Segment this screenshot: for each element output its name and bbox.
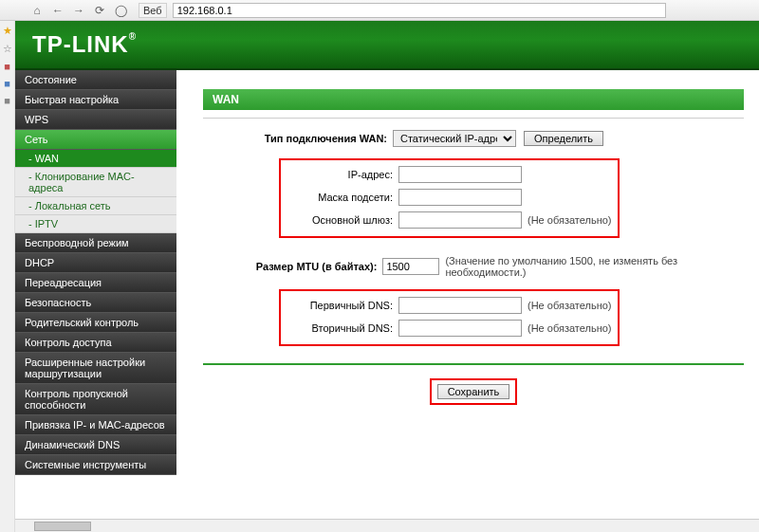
nav-quick-setup[interactable]: Быстрая настройка xyxy=(15,90,176,110)
router-page: TP-LINK® Состояние Быстрая настройка WPS… xyxy=(15,21,759,532)
content-area: WAN Тип подключения WAN: Статический IP-… xyxy=(176,70,759,532)
nav-forwarding[interactable]: Переадресация xyxy=(15,273,176,293)
browser-sidebar: ★ ☆ ■ ■ ■ xyxy=(0,21,15,532)
nav-wps[interactable]: WPS xyxy=(15,110,176,130)
square3-icon[interactable]: ■ xyxy=(4,95,10,106)
dns2-label: Вторичный DNS: xyxy=(287,322,398,334)
nav-sub-lan[interactable]: - Локальная сеть xyxy=(15,197,176,215)
left-nav: Состояние Быстрая настройка WPS Сеть - W… xyxy=(15,70,176,532)
browser-toolbar: ⌂ ← → ⟳ ◯ Веб xyxy=(0,0,759,21)
row-conn-type: Тип подключения WAN: Статический IP-адре… xyxy=(203,130,744,147)
nav-bandwidth[interactable]: Контроль пропускной способности xyxy=(15,384,176,415)
nav-status[interactable]: Состояние xyxy=(15,70,176,90)
gateway-hint: (Не обязательно) xyxy=(528,214,612,226)
header-banner: TP-LINK® xyxy=(15,21,759,70)
conn-type-label: Тип подключения WAN: xyxy=(265,133,387,144)
scrollbar-thumb[interactable] xyxy=(34,522,91,531)
address-label: Веб xyxy=(139,3,167,18)
nav-network[interactable]: Сеть xyxy=(15,130,176,150)
save-button[interactable]: Сохранить xyxy=(437,384,510,399)
dns1-hint: (Не обязательно) xyxy=(528,300,612,311)
mtu-label: Размер MTU (в байтах): xyxy=(256,261,378,272)
reload-icon[interactable]: ⟳ xyxy=(91,3,108,18)
page-title: WAN xyxy=(203,89,744,110)
address-bar[interactable] xyxy=(173,3,666,18)
row-mtu: Размер MTU (в байтах): (Значение по умол… xyxy=(203,255,744,278)
mtu-hint: (Значение по умолчанию 1500, не изменять… xyxy=(445,255,744,278)
nav-parental[interactable]: Родительский контроль xyxy=(15,313,176,333)
nav-system-tools[interactable]: Системные инструменты xyxy=(15,455,176,475)
nav-routing[interactable]: Расширенные настройки маршрутизации xyxy=(15,353,176,384)
ip-settings-group: IP-адрес: Маска подсети: Основной шлюз: … xyxy=(279,158,620,238)
nav-access-control[interactable]: Контроль доступа xyxy=(15,333,176,353)
dns1-label: Первичный DNS: xyxy=(287,300,398,311)
forward-icon[interactable]: → xyxy=(70,3,87,18)
conn-type-select[interactable]: Статический IP-адрес xyxy=(393,130,516,147)
dns2-input[interactable] xyxy=(398,320,522,337)
dns-settings-group: Первичный DNS: (Не обязательно) Вторичны… xyxy=(279,289,620,346)
mtu-input[interactable] xyxy=(382,258,439,275)
star-outline-icon[interactable]: ☆ xyxy=(3,43,12,55)
nav-ip-mac-binding[interactable]: Привязка IP- и МАС-адресов xyxy=(15,415,176,435)
nav-sub-mac-clone[interactable]: - Клонирование MAC-адреса xyxy=(15,168,176,197)
gateway-input[interactable] xyxy=(398,211,522,229)
nav-sub-wan[interactable]: - WAN xyxy=(15,150,176,168)
ip-input[interactable] xyxy=(398,166,522,183)
square-icon[interactable]: ■ xyxy=(4,61,10,72)
save-highlight: Сохранить xyxy=(430,378,518,405)
star-icon[interactable]: ★ xyxy=(3,25,12,37)
globe-icon: ◯ xyxy=(112,3,129,18)
mask-input[interactable] xyxy=(398,189,522,206)
horizontal-scrollbar[interactable] xyxy=(15,519,759,532)
nav-sub-iptv[interactable]: - IPTV xyxy=(15,215,176,233)
dns2-hint: (Не обязательно) xyxy=(528,322,612,334)
home-icon[interactable]: ⌂ xyxy=(28,3,46,18)
dns1-input[interactable] xyxy=(398,297,522,314)
gateway-label: Основной шлюз: xyxy=(287,214,398,226)
ip-label: IP-адрес: xyxy=(287,169,398,180)
nav-ddns[interactable]: Динамический DNS xyxy=(15,435,176,455)
nav-security[interactable]: Безопасность xyxy=(15,293,176,313)
detect-button[interactable]: Определить xyxy=(524,131,603,146)
square2-icon[interactable]: ■ xyxy=(4,78,10,89)
brand-logo: TP-LINK® xyxy=(32,31,137,58)
nav-dhcp[interactable]: DHCP xyxy=(15,253,176,273)
nav-wireless[interactable]: Беспроводной режим xyxy=(15,233,176,253)
mask-label: Маска подсети: xyxy=(287,192,398,203)
back-icon[interactable]: ← xyxy=(49,3,66,18)
